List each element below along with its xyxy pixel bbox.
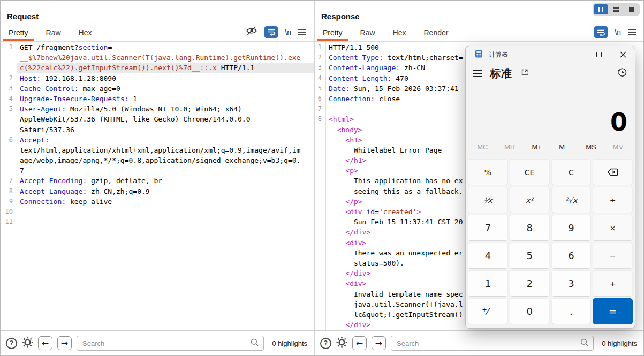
memory-button[interactable]: MS [578,143,605,151]
maximize-button[interactable] [587,46,611,63]
calc-key[interactable]: 2 [510,270,550,297]
newline-toggle-icon[interactable]: \n [615,28,621,36]
line-number: 6 [1,135,17,145]
calc-key[interactable]: 5 [510,243,550,269]
line-number: 4 [315,73,325,84]
tab-request-hex[interactable]: Hex [77,26,94,41]
code-line: 1GET /fragment?section= [1,42,314,52]
calc-key[interactable]: ÷ [593,187,633,213]
calculator-app-icon [475,50,483,60]
highlights-count: 0 highlights [602,339,637,347]
line-number [1,114,17,124]
calc-key[interactable]: = [593,298,633,324]
code-line: age/webp,image/apng,*/*;q=0.8,applicatio… [1,155,314,165]
calculator-memory-row: MCMRM+M−MSM∨ [466,135,635,158]
line-number: 3 [1,84,17,94]
tab-response-pretty[interactable]: Pretty [321,26,344,41]
editor-menu-icon[interactable] [298,29,306,35]
calc-key[interactable]: 3 [551,270,592,297]
calc-key[interactable]: 1 [468,270,508,297]
code-line: 11 [1,217,314,227]
calc-key[interactable]: ⁺⁄₋ [468,298,508,324]
search-prev-button[interactable]: ← [38,336,52,350]
calc-key[interactable]: 9 [551,215,592,241]
request-editor[interactable]: 1GET /fragment?section=__$%7bnew%20java.… [1,42,314,330]
word-wrap-icon[interactable] [594,26,608,38]
code-line: 4Upgrade-Insecure-Requests: 1 [1,94,314,104]
response-header: Response Pretty Raw Hex Render \n [315,1,643,42]
memory-button[interactable]: M− [550,143,578,151]
hamburger-menu-icon[interactable] [473,70,482,77]
search-next-button[interactable]: → [57,336,72,350]
line-number: 2 [315,52,325,63]
line-number [315,135,325,145]
calc-key[interactable]: ²√x [551,187,592,213]
request-search-bar: ? ← → 0 highlights [1,330,314,355]
line-number [1,165,17,176]
search-box [391,336,594,351]
calc-key[interactable]: C [551,159,592,185]
word-wrap-icon[interactable] [264,26,278,38]
calculator-titlebar[interactable]: 计算器 [466,46,635,63]
calc-key[interactable]: 4 [468,243,508,269]
calc-key[interactable]: + [593,270,633,297]
calc-key[interactable]: 7 [468,215,508,241]
memory-button[interactable]: M+ [523,143,550,151]
help-icon[interactable]: ? [320,338,331,349]
calc-key[interactable]: 0 [510,298,550,324]
line-number: 7 [1,176,17,186]
calculator-mode-label: 标准 [490,66,512,81]
search-input[interactable] [397,339,580,347]
tab-request-raw[interactable]: Raw [44,26,63,41]
editor-menu-icon[interactable] [628,29,636,35]
code-line: 2Host: 192.168.1.28:8090 [1,73,314,84]
settings-gear-icon[interactable] [22,337,33,350]
line-number [1,145,17,155]
line-number [315,258,325,268]
code-line: AppleWebKit/537.36 (KHTML, like Gecko) C… [1,114,314,124]
line-number: 5 [1,104,17,114]
tab-response-raw[interactable]: Raw [359,26,377,41]
search-input[interactable] [82,339,250,347]
calc-key[interactable]: x² [510,187,550,213]
code-line: 6Accept: [1,135,314,145]
calc-key[interactable]: ¹⁄x [468,187,508,213]
line-number [315,278,325,289]
hide-eye-icon[interactable] [246,26,257,38]
newline-toggle-icon[interactable]: \n [285,28,291,36]
line-number [1,155,17,165]
calc-key[interactable]: . [551,298,592,324]
history-icon[interactable] [617,67,627,80]
code-line: Safari/537.36 [1,125,314,135]
line-number [315,125,325,135]
line-number: 2 [1,73,17,84]
search-prev-button[interactable]: ← [352,336,367,350]
help-icon[interactable]: ? [6,338,17,349]
calc-key[interactable]: % [468,159,508,185]
memory-button: MR [496,143,524,151]
line-number [315,309,325,320]
close-button[interactable] [611,46,635,63]
close-icon [620,51,626,58]
calc-key[interactable]: CE [510,159,550,185]
line-number: 10 [1,207,17,217]
tab-request-pretty[interactable]: Pretty [7,26,30,41]
backspace-key[interactable] [593,159,633,185]
minimize-button[interactable] [563,46,587,63]
keep-on-top-icon[interactable] [520,68,529,79]
search-next-button[interactable]: → [372,336,386,350]
line-number: 4 [1,94,17,104]
tab-response-render[interactable]: Render [422,26,450,41]
line-number: 7 [315,104,325,114]
calc-key[interactable]: × [593,215,633,241]
line-number: 3 [315,63,325,73]
calc-key[interactable]: 8 [510,215,550,241]
line-number: 11 [1,217,17,227]
settings-gear-icon[interactable] [336,337,347,350]
calc-key[interactable]: 6 [551,243,592,269]
line-number [315,207,325,217]
memory-button: M∨ [604,143,632,151]
tab-response-hex[interactable]: Hex [391,26,408,41]
calc-key[interactable]: − [593,243,633,269]
code-line: 5User-Agent: Mozilla/5.0 (Windows NT 10.… [1,104,314,114]
